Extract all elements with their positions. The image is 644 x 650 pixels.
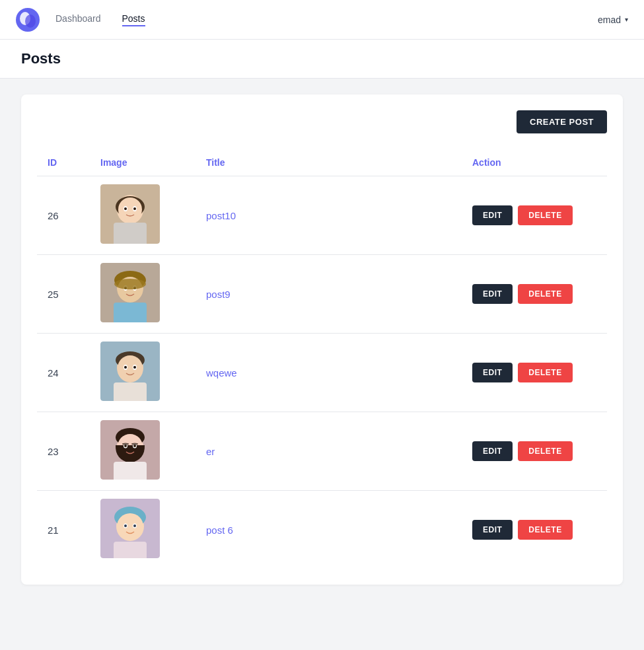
nav-posts[interactable]: Posts [122, 13, 145, 26]
svg-point-45 [117, 513, 143, 540]
action-buttons: EDIT DELETE [472, 363, 596, 382]
nav-logo [16, 8, 40, 32]
svg-point-2 [25, 15, 36, 28]
posts-table: ID Image Title Action 26 post10 [37, 149, 607, 569]
cell-action: EDIT DELETE [462, 491, 607, 569]
cell-action: EDIT DELETE [462, 412, 607, 491]
posts-card: CREATE POST ID Image Title Action 26 [21, 94, 623, 585]
edit-button[interactable]: EDIT [472, 205, 513, 225]
delete-button[interactable]: DELETE [518, 284, 572, 304]
svg-point-29 [133, 366, 136, 369]
svg-point-37 [124, 445, 127, 447]
table-row: 23 er EDIT DELETE [37, 412, 607, 491]
svg-point-6 [118, 198, 142, 221]
nav-dashboard[interactable]: Dashboard [55, 13, 101, 26]
svg-point-39 [122, 443, 129, 445]
main-content: CREATE POST ID Image Title Action 26 [0, 79, 644, 600]
navbar: Dashboard Posts emad ▾ [0, 0, 644, 40]
table-row: 21 post 6 EDIT DELETE [37, 491, 607, 569]
cell-title: er [196, 412, 462, 491]
col-header-action: Action [462, 149, 607, 176]
nav-username: emad [598, 15, 621, 25]
svg-point-38 [133, 445, 136, 447]
cell-id: 25 [37, 255, 90, 334]
edit-button[interactable]: EDIT [472, 520, 513, 540]
svg-rect-30 [114, 382, 147, 401]
edit-button[interactable]: EDIT [472, 441, 513, 461]
edit-button[interactable]: EDIT [472, 363, 513, 382]
svg-point-48 [124, 524, 127, 527]
col-header-title: Title [196, 149, 462, 176]
cell-image [90, 255, 196, 334]
cell-id: 23 [37, 412, 90, 491]
create-post-button[interactable]: CREATE POST [517, 110, 607, 133]
svg-point-20 [114, 279, 146, 289]
action-buttons: EDIT DELETE [472, 441, 596, 461]
table-row: 26 post10 EDIT DELETE [37, 176, 607, 255]
action-buttons: EDIT DELETE [472, 520, 596, 540]
cell-action: EDIT DELETE [462, 255, 607, 334]
svg-point-49 [133, 524, 136, 527]
svg-rect-21 [114, 303, 147, 322]
cell-title: post9 [196, 255, 462, 334]
svg-point-9 [124, 207, 127, 210]
action-buttons: EDIT DELETE [472, 205, 596, 225]
cell-id: 24 [37, 334, 90, 412]
delete-button[interactable]: DELETE [518, 441, 572, 461]
cell-image [90, 176, 196, 255]
table-header: ID Image Title Action [37, 149, 607, 176]
cell-title: post 6 [196, 491, 462, 569]
delete-button[interactable]: DELETE [518, 520, 572, 540]
table-row: 24 wqewe EDIT DELETE [37, 334, 607, 412]
cell-image [90, 412, 196, 491]
svg-point-10 [133, 207, 136, 210]
page-title: Posts [21, 50, 623, 67]
card-toolbar: CREATE POST [37, 110, 607, 133]
svg-point-28 [124, 366, 127, 369]
page-header: Posts [0, 40, 644, 79]
nav-user[interactable]: emad ▾ [598, 15, 628, 25]
cell-title: post10 [196, 176, 462, 255]
edit-button[interactable]: EDIT [472, 284, 513, 304]
cell-id: 21 [37, 491, 90, 569]
cell-title: wqewe [196, 334, 462, 412]
svg-point-25 [118, 355, 143, 380]
table-row: 25 post9 EDIT DELETE [37, 255, 607, 334]
col-header-image: Image [90, 149, 196, 176]
cell-action: EDIT DELETE [462, 334, 607, 412]
svg-point-40 [131, 443, 138, 445]
delete-button[interactable]: DELETE [518, 205, 572, 225]
delete-button[interactable]: DELETE [518, 363, 572, 382]
chevron-down-icon: ▾ [625, 16, 628, 23]
nav-links: Dashboard Posts [55, 13, 598, 26]
svg-rect-50 [114, 542, 147, 558]
svg-rect-41 [114, 462, 147, 480]
table-body: 26 post10 EDIT DELETE 25 [37, 176, 607, 569]
svg-rect-11 [114, 223, 147, 244]
cell-image [90, 491, 196, 569]
action-buttons: EDIT DELETE [472, 284, 596, 304]
cell-action: EDIT DELETE [462, 176, 607, 255]
col-header-id: ID [37, 149, 90, 176]
cell-image [90, 334, 196, 412]
cell-id: 26 [37, 176, 90, 255]
